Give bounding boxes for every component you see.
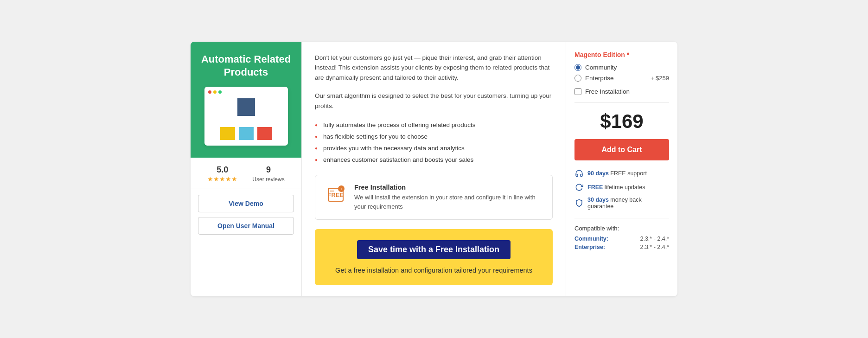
user-manual-button[interactable]: Open User Manual [198,217,294,235]
product-card: Automatic Related Products [191,42,677,297]
compatible-section: Compatible with: Community: 2.3.* - 2.4.… [574,218,669,250]
tree-diagram [208,98,284,140]
dot-red [208,90,211,94]
enterprise-label: Enterprise [585,75,614,82]
tree-connector [246,118,246,123]
enterprise-radio[interactable] [574,75,581,82]
rating-value: 5.0 ★★★★★ [207,165,237,183]
rating-section: 5.0 ★★★★★ 9 User reviews [191,158,301,189]
free-install-checkbox-label: Free Installation [585,88,630,95]
community-compat-label: Community: [574,236,608,242]
enterprise-price: + $259 [651,75,669,82]
feature-item: fully automates the process of offering … [315,119,553,131]
compatible-title: Compatible with: [574,225,669,232]
add-to-cart-button[interactable]: Add to Cart [574,139,669,160]
banner-headline: Save time with a Free Installation [357,240,511,259]
product-description-1: Don't let your customers go just yet — p… [315,53,553,83]
guarantee-text: 30 days money back guarantee [587,197,669,210]
free-install-icon: FREE + [325,184,347,206]
required-mark: * [627,51,629,58]
user-reviews-link[interactable]: User reviews [252,176,284,183]
dot-yellow [213,90,217,94]
enterprise-compat-label: Enterprise: [574,244,605,250]
free-install-desc: We will install the extension in your st… [354,193,543,211]
price-divider [574,102,669,103]
product-description-2: Our smart algorithm is designed to selec… [315,91,553,111]
updates-icon [574,183,584,192]
magento-edition-label: Magento Edition * [574,51,669,58]
middle-panel: Don't let your customers go just yet — p… [302,42,566,297]
community-compat-row: Community: 2.3.* - 2.4.* [574,236,669,242]
benefits-list: 90 days FREE support FREE lifetime updat… [574,169,669,210]
features-list: fully automates the process of offering … [315,119,553,166]
headset-icon [574,169,584,178]
free-install-text: Free Installation We will install the ex… [354,184,543,211]
left-panel: Automatic Related Products [191,42,302,297]
free-install-banner: Save time with a Free Installation Get a… [315,229,553,285]
dot-green [218,90,222,94]
tree-box-yellow [220,127,235,140]
free-install-checkbox-item[interactable]: Free Installation [574,88,669,95]
tree-box-blue [239,127,254,140]
community-compat-version: 2.3.* - 2.4.* [640,236,669,242]
enterprise-compat-row: Enterprise: 2.3.* - 2.4.* [574,244,669,250]
community-radio[interactable] [574,64,581,71]
benefit-guarantee: 30 days money back guarantee [574,197,669,210]
svg-text:FREE: FREE [328,191,344,198]
reviews-count: 9 User reviews [252,165,284,183]
benefit-support: 90 days FREE support [574,169,669,178]
free-install-box: FREE + Free Installation We will install… [315,175,553,220]
product-hero: Automatic Related Products [191,42,301,158]
enterprise-option[interactable]: Enterprise + $259 [574,75,669,82]
free-install-checkbox[interactable] [574,88,581,95]
benefit-updates: FREE lifetime updates [574,183,669,192]
community-label: Community [585,64,617,71]
community-option[interactable]: Community [574,64,669,71]
right-panel: Magento Edition * Community Enterprise +… [566,42,677,297]
stars: ★★★★★ [207,175,237,183]
feature-item: enhances customer satisfaction and boost… [315,154,553,166]
tree-box-red [257,127,272,140]
product-mockup [204,87,288,146]
product-title: Automatic Related Products [198,53,294,79]
left-buttons: View Demo Open User Manual [191,189,301,240]
price-display: $169 [574,110,669,133]
mockup-dots [208,90,284,94]
radio-group: Community Enterprise + $259 [574,64,669,82]
banner-sub: Get a free installation and configuratio… [324,267,543,274]
svg-text:+: + [340,187,342,191]
free-install-title: Free Installation [354,184,543,191]
view-demo-button[interactable]: View Demo [198,195,294,212]
enterprise-compat-version: 2.3.* - 2.4.* [640,244,669,250]
feature-item: has flexible settings for you to choose [315,131,553,142]
reviews-number: 9 [252,165,284,175]
tree-bottom-row [220,127,272,140]
shield-icon [574,198,584,208]
support-days: 90 days FREE support [587,170,647,177]
tree-top-box [237,98,255,116]
rating-number: 5.0 [207,165,237,175]
updates-text: FREE lifetime updates [587,184,645,191]
feature-item: provides you with the necessary data and… [315,142,553,154]
